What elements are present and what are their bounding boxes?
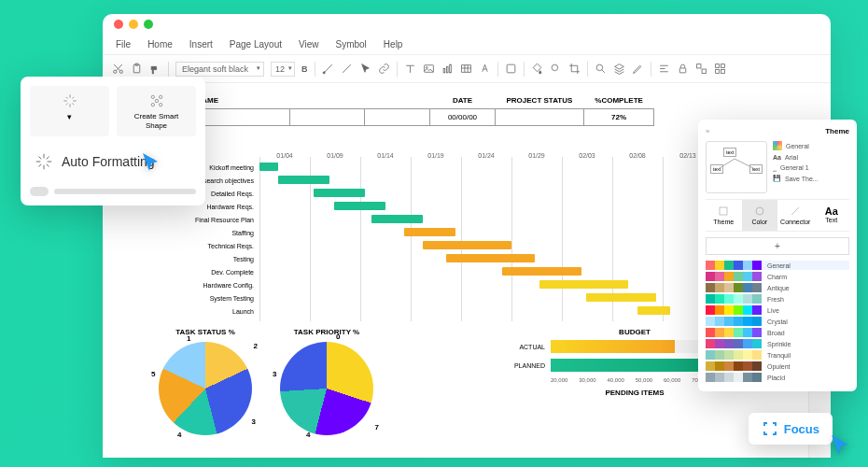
tab-theme[interactable]: Theme xyxy=(706,200,742,231)
gantt-bar[interactable] xyxy=(371,215,423,223)
menu-home[interactable]: Home xyxy=(147,39,173,50)
palette-placid[interactable]: Placid xyxy=(706,373,849,382)
gantt-bar[interactable] xyxy=(586,293,656,302)
gantt-bar[interactable] xyxy=(259,163,278,171)
cursor-icon xyxy=(829,433,853,458)
tab-color[interactable]: Color xyxy=(742,200,778,231)
quick-save[interactable]: 💾Save The... xyxy=(773,175,849,182)
text-icon[interactable] xyxy=(404,63,416,75)
gantt-task-label: Final Resource Plan xyxy=(159,217,259,223)
palette-crystal[interactable]: Crystal xyxy=(706,317,849,326)
svg-rect-16 xyxy=(702,69,706,73)
svg-point-29 xyxy=(151,104,154,106)
quick-connector[interactable]: ⎯General 1 xyxy=(773,164,849,171)
gantt-bar[interactable] xyxy=(334,202,385,210)
col-complete: %COMPLETE xyxy=(583,92,654,109)
gantt-bar[interactable] xyxy=(423,241,511,249)
shadow-icon[interactable] xyxy=(550,63,562,75)
menu-page-layout[interactable]: Page Layout xyxy=(230,39,282,50)
palette-fresh[interactable]: Fresh xyxy=(706,294,849,304)
menu-view[interactable]: View xyxy=(299,39,319,50)
col-status: PROJECT STATUS xyxy=(496,92,584,109)
pie-task-status xyxy=(159,342,252,435)
cell-complete[interactable]: 72% xyxy=(583,109,654,126)
font-color-icon[interactable] xyxy=(479,63,491,75)
pie-label: 3 xyxy=(273,370,276,378)
fill-icon[interactable] xyxy=(531,63,543,75)
palette-general[interactable]: General xyxy=(706,261,849,270)
quick-font[interactable]: AaArial xyxy=(773,154,849,161)
pointer-icon[interactable] xyxy=(359,63,371,75)
gantt-task-label: Dev. Complete xyxy=(159,269,259,276)
add-palette-button[interactable]: + xyxy=(706,237,849,255)
palette-live[interactable]: Live xyxy=(706,305,849,315)
gantt-bar[interactable] xyxy=(404,228,455,236)
crop-icon[interactable] xyxy=(568,63,581,75)
gantt-row: Dev. Complete xyxy=(159,265,765,278)
font-select[interactable]: Elegant soft black xyxy=(175,62,264,77)
menu-file[interactable]: File xyxy=(116,39,131,50)
palette-opulent[interactable]: Opulent xyxy=(706,361,849,371)
gantt-task-label: System Testing xyxy=(159,295,259,302)
minimize-icon[interactable] xyxy=(129,20,138,29)
gantt-row: Hardware Config. xyxy=(159,278,765,291)
shape-icon[interactable] xyxy=(505,63,517,75)
line-icon[interactable] xyxy=(341,63,353,75)
search-icon[interactable] xyxy=(595,63,607,75)
close-icon[interactable] xyxy=(114,20,123,29)
create-smart-shape-button[interactable]: Create Smart Shape xyxy=(117,86,196,136)
menubar: File Home Insert Page Layout View Symbol… xyxy=(103,35,831,55)
gantt-bar[interactable] xyxy=(446,254,535,262)
palette-tranquil[interactable]: Tranquil xyxy=(706,350,849,360)
connector-icon[interactable] xyxy=(322,63,334,75)
group-icon[interactable] xyxy=(695,63,707,75)
theme-preview[interactable]: text text text xyxy=(706,141,767,193)
chart-icon[interactable] xyxy=(441,63,454,75)
gantt-row: Technical Reqs. xyxy=(159,239,765,252)
maximize-icon[interactable] xyxy=(144,20,153,29)
col-date: DATE xyxy=(430,92,496,109)
image-icon[interactable] xyxy=(423,63,435,75)
gantt-bar[interactable] xyxy=(314,189,365,197)
gantt-bar[interactable] xyxy=(637,306,670,315)
palette-charm[interactable]: Charm xyxy=(706,272,849,281)
cell-status[interactable] xyxy=(496,109,584,126)
gantt-bar[interactable] xyxy=(278,176,329,184)
tab-text[interactable]: AaText xyxy=(814,200,850,231)
palette-sprinkle[interactable]: Sprinkle xyxy=(706,339,849,348)
auto-formatting-popover: ▾ Create Smart Shape Auto Formatting xyxy=(21,77,205,205)
focus-button[interactable]: Focus xyxy=(749,413,833,445)
paste-icon[interactable] xyxy=(131,63,143,75)
budget-bar-planned xyxy=(551,359,712,372)
layers-icon[interactable] xyxy=(613,63,625,75)
palette-broad[interactable]: Broad xyxy=(706,328,849,337)
table-icon[interactable] xyxy=(460,63,472,75)
gantt-bar[interactable] xyxy=(539,280,628,289)
bold-button[interactable]: B xyxy=(301,64,308,74)
menu-symbol[interactable]: Symbol xyxy=(336,39,367,50)
format-painter-icon[interactable] xyxy=(149,63,161,75)
link-icon[interactable] xyxy=(378,63,390,75)
svg-rect-8 xyxy=(446,66,448,73)
menu-insert[interactable]: Insert xyxy=(189,39,213,50)
grid-icon[interactable] xyxy=(714,63,726,75)
tab-connector[interactable]: Connector xyxy=(777,200,814,231)
svg-point-28 xyxy=(159,95,161,98)
collapse-icon[interactable]: » xyxy=(706,127,709,135)
pen-icon[interactable] xyxy=(632,63,644,75)
cell-date[interactable]: 00/00/00 xyxy=(430,109,496,126)
af-slider[interactable] xyxy=(30,187,196,196)
sparkle-option[interactable]: ▾ xyxy=(30,86,109,136)
gantt-bar[interactable] xyxy=(502,267,581,276)
font-size-select[interactable]: 12 xyxy=(271,62,295,77)
lock-icon[interactable] xyxy=(677,63,689,75)
menu-help[interactable]: Help xyxy=(384,39,403,50)
palette-antique[interactable]: Antique xyxy=(706,283,849,292)
gantt-task-label: Staffing xyxy=(159,230,259,236)
cut-icon[interactable] xyxy=(112,63,124,75)
align-icon[interactable] xyxy=(658,63,670,75)
gantt-task-label: Launch xyxy=(159,308,259,315)
auto-formatting-button[interactable]: Auto Formatting xyxy=(30,146,196,177)
quick-general[interactable]: General xyxy=(773,141,849,150)
gantt-row: Staffing xyxy=(159,226,765,239)
